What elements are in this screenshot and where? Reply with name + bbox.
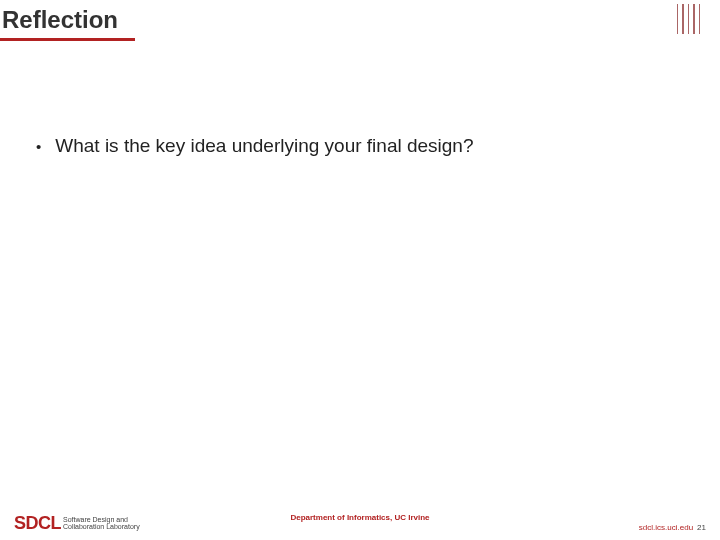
decorative-lines-icon <box>677 4 701 34</box>
bullet-text: What is the key idea underlying your fin… <box>55 135 473 157</box>
bullet-list: • What is the key idea underlying your f… <box>30 135 690 159</box>
logo-sub-line1: Software Design and <box>63 516 140 524</box>
logo-subtitle: Software Design and Collaboration Labora… <box>63 516 140 532</box>
logo-sub-line2: Collaboration Laboratory <box>63 523 140 531</box>
title-underline <box>0 38 135 41</box>
footer-logo-block: SDCL Software Design and Collaboration L… <box>14 514 140 532</box>
footer-department: Department of Informatics, UC Irvine <box>290 513 429 522</box>
list-item: • What is the key idea underlying your f… <box>30 135 690 159</box>
logo-text: SDCL <box>14 514 61 532</box>
slide-title: Reflection <box>2 6 118 34</box>
footer: SDCL Software Design and Collaboration L… <box>0 514 720 532</box>
page-number: 21 <box>697 523 706 532</box>
bullet-icon: • <box>36 135 41 159</box>
footer-url: sdcl.ics.uci.edu <box>639 523 693 532</box>
footer-right: sdcl.ics.uci.edu 21 <box>639 523 706 532</box>
